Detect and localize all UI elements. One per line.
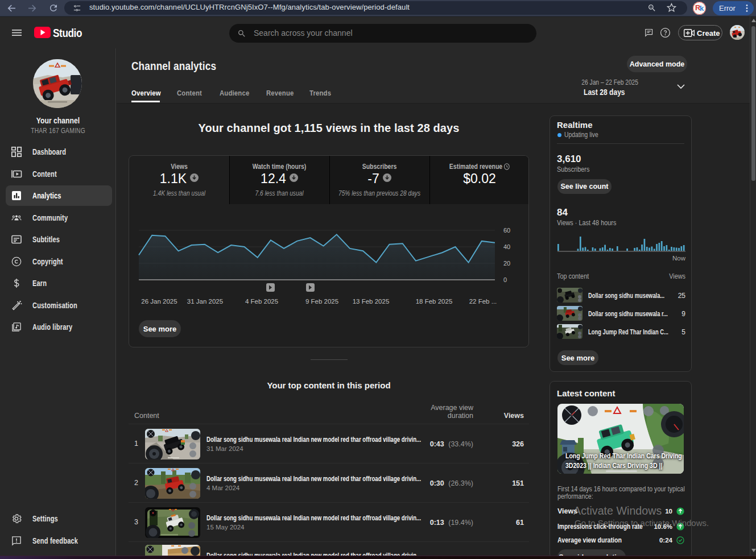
svg-text:4 Feb 2025: 4 Feb 2025 <box>245 298 278 305</box>
svg-text:13 Feb 2025: 13 Feb 2025 <box>353 298 390 305</box>
svg-text:40: 40 <box>503 243 510 250</box>
svg-text:18 Feb 2025: 18 Feb 2025 <box>416 298 453 305</box>
svg-text:9 Feb 2025: 9 Feb 2025 <box>305 298 338 305</box>
svg-text:26 Jan 2025: 26 Jan 2025 <box>141 298 177 305</box>
svg-text:60: 60 <box>503 227 510 234</box>
svg-text:0: 0 <box>503 276 507 283</box>
svg-text:20: 20 <box>503 260 510 267</box>
svg-text:22 Feb ...: 22 Feb ... <box>469 298 497 305</box>
svg-text:31 Jan 2025: 31 Jan 2025 <box>187 298 223 305</box>
